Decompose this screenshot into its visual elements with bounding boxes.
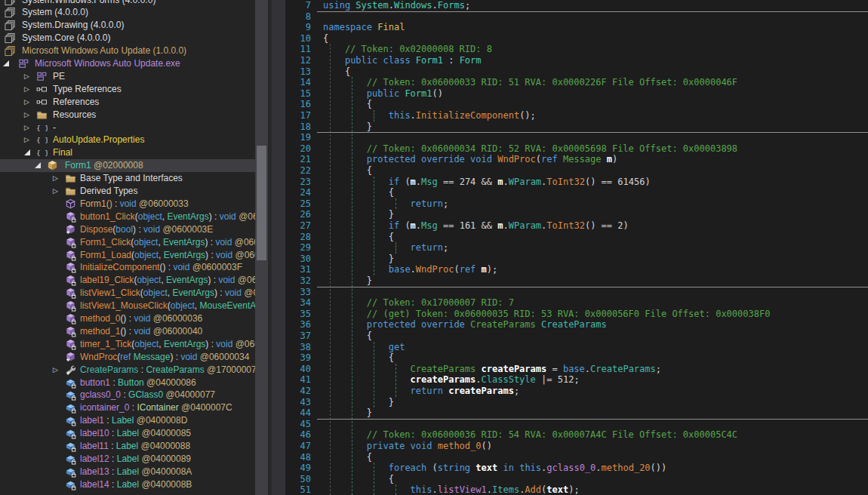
tree-item-field-label1[interactable]: label1 : Label @0400008D [0, 414, 255, 427]
chevron-collapsed-icon[interactable]: ▷ [53, 367, 60, 374]
tree-item-field-gclass0-0[interactable]: gclass0_0 : GClass0 @04000077 [0, 389, 255, 401]
code-line-31[interactable]: 31 base.WndProc(ref m); [285, 264, 868, 275]
code-line-48[interactable]: 48 { [285, 452, 868, 463]
code-line-21[interactable]: 21 protected override void WndProc(ref M… [285, 154, 868, 165]
assembly-explorer-panel[interactable]: System.Windows.Forms (4.0.0.0) System (4… [0, 0, 255, 495]
tree-item-method-timer-1-tick[interactable]: timer_1_Tick(object, EventArgs) : void @… [0, 338, 255, 351]
chevron-expanded-icon[interactable] [35, 162, 41, 168]
code-line-36[interactable]: 36 protected override CreateParams Creat… [285, 319, 868, 331]
tree-item-namespace-empty[interactable]: ▷ { }- [0, 121, 255, 134]
code-line-40[interactable]: 40 CreateParams createParams = base.Crea… [285, 364, 868, 375]
chevron-collapsed-icon[interactable]: ▷ [24, 112, 32, 119]
code-line-38[interactable]: 38 get [285, 342, 868, 353]
chevron-collapsed-icon[interactable]: ▷ [53, 175, 60, 183]
code-line-25[interactable]: 25 return; [285, 198, 868, 210]
code-line-11[interactable]: 11 // Token: 0x02000008 RID: 8 [285, 44, 868, 55]
tree-item-property-createparams[interactable]: ▷CreateParams : CreateParams @17000007 [0, 364, 255, 377]
tree-item-assembly-microsoft-windows-auto-update[interactable]: Microsoft Windows Auto Update (1.0.0.0) [0, 45, 255, 57]
decompiled-code-panel[interactable]: 7using System.Windows.Forms;89namespace … [285, 0, 868, 495]
code-line-51[interactable]: 51 this.listView1.Items.Add(text); [285, 484, 868, 495]
code-line-32[interactable]: 32 } [285, 275, 868, 287]
code-line-23[interactable]: 23 if (m.Msg == 274 && m.WParam.ToInt32(… [285, 177, 868, 188]
chevron-collapsed-icon[interactable]: ▷ [24, 99, 32, 106]
tree-item-assembly-system-core[interactable]: System.Core (4.0.0.0) [0, 32, 255, 45]
code-line-26[interactable]: 26 } [285, 209, 868, 220]
code-line-33[interactable]: 33 [285, 287, 868, 298]
code-line-43[interactable]: 43 } [285, 397, 868, 408]
tree-item-field-label12[interactable]: label12 : Label @04000089 [0, 453, 255, 466]
tree-item-field-button1[interactable]: button1 : Button @04000086 [0, 377, 255, 389]
code-line-13[interactable]: 13 { [285, 66, 868, 78]
chevron-expanded-icon[interactable] [24, 149, 30, 155]
code-line-44[interactable]: 44 } [285, 407, 868, 419]
code-line-42[interactable]: 42 return createParams; [285, 386, 868, 397]
tree-item-field-label10[interactable]: label10 : Label @04000085 [0, 427, 255, 440]
code-line-29[interactable]: 29 return; [285, 242, 868, 254]
tree-item-node-resources[interactable]: ▷ Resources [0, 109, 255, 121]
tree-scrollbar-thumb[interactable] [257, 146, 266, 260]
tree-item-method-listview1-mouseclick[interactable]: listView1_MouseClick(object, MouseEventA… [0, 300, 255, 312]
tree-item-method-form1-load[interactable]: Form1_Load(object, EventArgs) : void @06… [0, 249, 255, 262]
chevron-collapsed-icon[interactable]: ▷ [24, 73, 32, 81]
code-line-28[interactable]: 28 { [285, 232, 868, 243]
code-line-46[interactable]: 46 // Token: 0x06000036 RID: 54 RVA: 0x0… [285, 429, 868, 441]
tree-item-method-method-0[interactable]: method_0() : void @06000036 [0, 312, 255, 325]
tree-item-field-label13[interactable]: label13 : Label @0400008A [0, 466, 255, 478]
code-line-16[interactable]: 16 { [285, 99, 868, 110]
code-line-12[interactable]: 12 public class Form1 : Form [285, 55, 868, 66]
code-line-14[interactable]: 14 // Token: 0x06000033 RID: 51 RVA: 0x0… [285, 77, 868, 88]
code-line-24[interactable]: 24 { [285, 187, 868, 198]
code-line-15[interactable]: 15 public Form1() [285, 88, 868, 100]
tree-item-method-form1-click[interactable]: Form1_Click(object, EventArgs) : void @0… [0, 236, 255, 249]
code-line-50[interactable]: 50 { [285, 474, 868, 485]
tree-item-class-form1[interactable]: Form1 @02000008 [0, 159, 255, 172]
code-line-20[interactable]: 20 // Token: 0x06000034 RID: 52 RVA: 0x0… [285, 143, 868, 155]
code-line-18[interactable]: 18 } [285, 121, 868, 133]
tree-item-namespace-autoupdate-properties[interactable]: ▷ { }AutoUpdate.Properties [0, 134, 255, 146]
code-line-7[interactable]: 7using System.Windows.Forms; [285, 0, 868, 11]
code-line-49[interactable]: 49 foreach (string text in this.gclass0_… [285, 463, 868, 474]
chevron-collapsed-icon[interactable]: ▷ [24, 125, 32, 132]
tree-item-method-initializecomponent[interactable]: InitializeComponent() : void @0600003F [0, 261, 255, 274]
tree-item-field-icontainer-0[interactable]: icontainer_0 : IContainer @0400007C [0, 401, 255, 414]
code-line-22[interactable]: 22 { [285, 165, 868, 177]
code-line-10[interactable]: 10{ [285, 33, 868, 45]
chevron-expanded-icon[interactable] [3, 60, 9, 66]
tree-item-node-pe[interactable]: ▷ PE [0, 70, 255, 83]
tree-item-ctor-form1[interactable]: Form1() : void @06000033 [0, 198, 255, 211]
chevron-collapsed-icon[interactable]: ▷ [24, 137, 32, 144]
code-line-9[interactable]: 9namespace Final [285, 22, 868, 33]
code-line-45[interactable]: 45 [285, 419, 868, 430]
tree-item-folder-base-type-and-interfaces[interactable]: ▷ Base Type and Interfaces [0, 172, 255, 185]
tree-item-method-listview1-click[interactable]: listView1_Click(object, EventArgs) : voi… [0, 287, 255, 300]
panel-splitter[interactable] [272, 0, 285, 495]
tree-item-node-type-references[interactable]: ▷ Type References [0, 83, 255, 96]
code-line-8[interactable]: 8 [285, 11, 868, 23]
tree-item-folder-derived-types[interactable]: ▷ Derived Types [0, 185, 255, 198]
tree-item-assembly-system-windows-forms[interactable]: System.Windows.Forms (4.0.0.0) [0, 0, 255, 7]
chevron-collapsed-icon[interactable]: ▷ [24, 86, 32, 94]
code-line-19[interactable]: 19 [285, 132, 868, 143]
tree-item-method-wndproc[interactable]: WndProc(ref Message) : void @06000034 [0, 351, 255, 364]
tree-item-method-method-1[interactable]: method_1() : void @06000040 [0, 325, 255, 338]
tree-item-namespace-final[interactable]: { }Final [0, 146, 255, 159]
code-line-30[interactable]: 30 } [285, 254, 868, 265]
code-line-17[interactable]: 17 this.InitializeComponent(); [285, 110, 868, 121]
tree-scrollbar-track[interactable] [255, 0, 268, 495]
code-line-35[interactable]: 35 // (get) Token: 0x06000035 RID: 53 RV… [285, 309, 868, 320]
tree-item-field-label11[interactable]: label11 : Label @04000088 [0, 440, 255, 453]
chevron-collapsed-icon[interactable]: ▷ [53, 188, 60, 195]
code-line-39[interactable]: 39 { [285, 352, 868, 364]
code-line-47[interactable]: 47 private void method_0() [285, 441, 868, 452]
tree-item-assembly-system[interactable]: System (4.0.0.0) [0, 6, 255, 19]
code-line-34[interactable]: 34 // Token: 0x17000007 RID: 7 [285, 297, 868, 309]
tree-item-method-button1-click[interactable]: button1_Click(object, EventArgs) : void … [0, 211, 255, 223]
code-line-41[interactable]: 41 createParams.ClassStyle |= 512; [285, 374, 868, 386]
tree-item-method-label19-click[interactable]: label19_Click(object, EventArgs) : void … [0, 274, 255, 287]
tree-item-module-microsoft-windows-auto-update-exe[interactable]: Microsoft Windows Auto Update.exe [0, 57, 255, 70]
tree-item-field-label14[interactable]: label14 : Label @0400008B [0, 478, 255, 491]
tree-item-method-dispose[interactable]: Dispose(bool) : void @0600003E [0, 223, 255, 236]
code-line-37[interactable]: 37 { [285, 331, 868, 342]
tree-item-node-references[interactable]: ▷ References [0, 96, 255, 109]
tree-item-assembly-system-drawing[interactable]: System.Drawing (4.0.0.0) [0, 19, 255, 32]
